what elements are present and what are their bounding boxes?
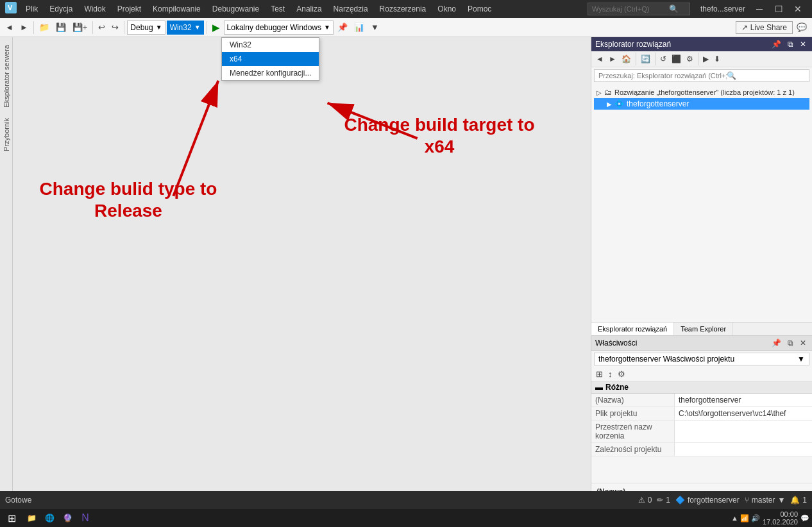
profile-button[interactable]: 📊 xyxy=(351,21,367,33)
properties-table: ▬ Różne (Nazwa) theforgottenserver Plik … xyxy=(591,381,812,483)
se-preview-button[interactable]: ▶ xyxy=(701,54,711,64)
taskbar-right: ▲ 📶 🔊 00:00 17.02.2020 💬 xyxy=(731,510,809,526)
menu-rozszerzenia[interactable]: Rozszerzenia xyxy=(375,3,432,15)
menu-analiza[interactable]: Analiza xyxy=(291,3,326,15)
forward-button[interactable]: ► xyxy=(17,21,31,33)
props-row-zaleznosci: Zależności projektu xyxy=(591,443,812,456)
se-collapseall-button[interactable]: ⬛ xyxy=(670,54,683,64)
props-sort-button[interactable]: ↕ xyxy=(606,369,614,380)
taskbar-app3[interactable]: 🔮 xyxy=(60,510,75,526)
props-group-collapse-icon: ▬ xyxy=(595,383,603,392)
menu-pomoc[interactable]: Pomoc xyxy=(462,3,496,15)
title-search-box[interactable]: 🔍 xyxy=(588,3,690,15)
warning-count: 1 xyxy=(666,496,670,505)
menu-projekt[interactable]: Projekt xyxy=(112,3,146,15)
se-filter-button[interactable]: ⬇ xyxy=(712,54,722,64)
se-separator-3 xyxy=(698,53,698,65)
menu-widok[interactable]: Widok xyxy=(79,3,110,15)
platform-dropdown[interactable]: Win32 ▼ xyxy=(167,21,204,35)
debug-config-arrow-icon: ▼ xyxy=(156,24,162,31)
minimize-button[interactable]: ─ xyxy=(750,2,768,16)
taskbar-firefox[interactable]: 🌐 xyxy=(42,510,57,526)
status-notification: 🔔 1 xyxy=(790,496,807,505)
props-close-button[interactable]: ✕ xyxy=(798,338,808,348)
se-sync-button[interactable]: 🔄 xyxy=(639,54,652,64)
solution-explorer-search-input[interactable] xyxy=(598,72,727,79)
save-button[interactable]: 💾 xyxy=(53,21,69,33)
project-icon: 💠 xyxy=(614,99,624,108)
props-categorized-button[interactable]: ⊞ xyxy=(594,369,605,380)
menu-test[interactable]: Test xyxy=(266,3,290,15)
start-button[interactable]: ⊞ xyxy=(3,511,21,526)
se-tab-solution-explorer[interactable]: Eksplorator rozwiązań xyxy=(591,322,674,335)
feedback-button[interactable]: 💬 xyxy=(794,21,809,33)
solution-explorer-tree: ▷ 🗂 Rozwiązanie „theforgottenserver" (li… xyxy=(591,84,812,322)
sidebar-tab-server-explorer[interactable]: Eksplorator serwera xyxy=(1,40,12,113)
menu-edycja[interactable]: Edycja xyxy=(44,3,78,15)
vs-logo: V xyxy=(5,2,17,16)
tree-project-node[interactable]: ▶ 💠 theforgottenserver xyxy=(594,98,809,110)
debugger-dropdown[interactable]: Lokalny debugger Windows ▼ xyxy=(224,21,334,35)
start-debug-button[interactable]: ▶ xyxy=(210,21,223,35)
error-count: 0 xyxy=(648,496,652,505)
se-forward-button[interactable]: ► xyxy=(607,54,618,64)
notification-icon[interactable]: 💬 xyxy=(800,514,809,523)
properties-selector[interactable]: theforgottenserver Właściwości projektu … xyxy=(594,353,809,365)
taskbar-file-manager[interactable]: 📁 xyxy=(24,510,39,526)
close-button[interactable]: ✕ xyxy=(789,2,807,16)
attach-button[interactable]: 📌 xyxy=(335,21,350,33)
platform-menu: Win32 x64 Menedżer konfiguracji... xyxy=(221,37,319,81)
project-label: theforgottenserver xyxy=(627,99,689,108)
live-share-button[interactable]: ↗ Live Share xyxy=(736,21,793,34)
left-sidebar: Eksplorator serwera Przybornik xyxy=(0,37,13,509)
debug-config-dropdown[interactable]: Debug ▼ xyxy=(127,21,165,35)
se-pin-button[interactable]: 📌 xyxy=(770,39,783,49)
taskbar-visual-studio[interactable]: N xyxy=(78,510,93,526)
redo-button[interactable]: ↪ xyxy=(109,21,121,33)
menu-debugowanie[interactable]: Debugowanie xyxy=(207,3,264,15)
git-branch-label: master xyxy=(752,496,775,505)
title-search-input[interactable] xyxy=(592,5,669,13)
status-bar: Gotowe ⚠ 0 ✏ 1 🔷 forgottenserver ⑂ maste… xyxy=(0,491,812,509)
platform-option-win32[interactable]: Win32 xyxy=(222,38,319,52)
se-close-button[interactable]: ✕ xyxy=(798,39,808,49)
svg-text:V: V xyxy=(8,4,13,12)
annotation-build-type: Change bulid type toRelease xyxy=(16,178,241,221)
props-float-button[interactable]: ⧉ xyxy=(786,338,795,348)
undo-button[interactable]: ↩ xyxy=(96,21,108,33)
platform-option-x64[interactable]: x64 xyxy=(222,52,319,66)
props-settings-button[interactable]: ⚙ xyxy=(616,369,627,380)
menu-narzedzia[interactable]: Narzędzia xyxy=(328,3,373,15)
solution-explorer-search[interactable]: 🔍 xyxy=(594,69,809,82)
system-tray: ▲ 📶 🔊 xyxy=(731,514,760,523)
maximize-button[interactable]: ☐ xyxy=(770,2,788,16)
props-row-plik: Plik projektu C:\ots\forgottenserver\vc1… xyxy=(591,407,812,421)
title-bar: V Plik Edycja Widok Projekt Kompilowanie… xyxy=(0,0,812,18)
sidebar-tab-toolbox[interactable]: Przybornik xyxy=(1,113,12,156)
props-pin-button[interactable]: 📌 xyxy=(770,338,783,348)
se-float-button[interactable]: ⧉ xyxy=(786,39,795,49)
menu-okno[interactable]: Okno xyxy=(432,3,461,15)
se-tab-team-explorer[interactable]: Team Explorer xyxy=(674,322,733,335)
more-button[interactable]: ▼ xyxy=(368,21,382,33)
solution-explorer-tabs: Eksplorator rozwiązań Team Explorer xyxy=(591,322,812,335)
open-button[interactable]: 📁 xyxy=(37,21,52,33)
menu-plik[interactable]: Plik xyxy=(21,3,43,15)
error-icon: ⚠ xyxy=(638,496,645,505)
props-key-przestrzen: Przestrzeń nazw korzenia xyxy=(591,421,675,442)
git-branch-icon: ⑂ xyxy=(745,496,749,505)
se-properties-button[interactable]: ⚙ xyxy=(684,54,695,64)
props-val-przestrzen xyxy=(675,421,812,442)
tree-solution-node[interactable]: ▷ 🗂 Rozwiązanie „theforgottenserver" (li… xyxy=(594,87,809,98)
back-button[interactable]: ◄ xyxy=(3,21,16,33)
se-home-button[interactable]: 🏠 xyxy=(620,54,633,64)
vs-taskbar-icon: N xyxy=(81,512,89,524)
solution-explorer-title: Eksplorator rozwiązań xyxy=(595,40,671,49)
platform-option-manager[interactable]: Menedżer konfiguracji... xyxy=(222,66,319,80)
clock-date: 17.02.2020 xyxy=(763,518,798,526)
se-back-button[interactable]: ◄ xyxy=(594,54,605,64)
save-all-button[interactable]: 💾+ xyxy=(70,21,90,33)
live-share-label: Live Share xyxy=(750,23,787,32)
menu-kompilowanie[interactable]: Kompilowanie xyxy=(148,3,206,15)
se-refresh-button[interactable]: ↺ xyxy=(658,54,668,64)
